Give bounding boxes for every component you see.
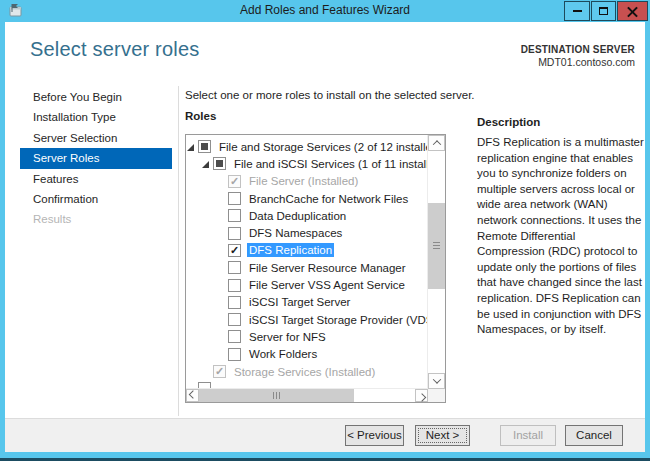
expander-slot: [217, 313, 228, 326]
previous-button[interactable]: < Previous: [345, 425, 404, 446]
instruction-text: Select one or more roles to install on t…: [185, 89, 475, 101]
scroll-left-button[interactable]: [186, 389, 199, 402]
checkbox[interactable]: [228, 261, 241, 274]
tree-row-data-deduplication[interactable]: Data Deduplication: [186, 207, 428, 224]
tree-row-storage-services-installed[interactable]: Storage Services (Installed): [186, 363, 428, 380]
tree-item-label: DFS Replication: [247, 243, 334, 257]
tree-item-label: iSCSI Target Server: [247, 295, 352, 309]
checkbox[interactable]: [228, 313, 241, 326]
vertical-scrollbar[interactable]: [427, 135, 445, 389]
tree-row-iscsi-target-server[interactable]: iSCSI Target Server: [186, 294, 428, 311]
tree-row-server-for-nfs[interactable]: Server for NFS: [186, 328, 428, 345]
expander-slot: [217, 192, 228, 205]
sidebar-nav: Before You BeginInstallation TypeServer …: [20, 87, 172, 230]
expander-slot: [217, 279, 228, 292]
scrollbar-corner: [428, 389, 445, 402]
tree-item-label: Work Folders: [247, 347, 319, 361]
horizontal-scrollbar[interactable]: [186, 388, 428, 402]
tree-row-file-and-storage-services-2-of-12-installed[interactable]: File and Storage Services (2 of 12 insta…: [186, 138, 428, 155]
scroll-grip-icon: [433, 242, 440, 250]
tree-row-file-server-resource-manager[interactable]: File Server Resource Manager: [186, 259, 428, 276]
checkbox[interactable]: [198, 140, 211, 153]
description-title: Description: [477, 116, 540, 128]
expander-slot: [217, 209, 228, 222]
tree-item-label: BranchCache for Network Files: [247, 192, 410, 206]
tree-item-label: File and iSCSI Services (1 of 11 install…: [232, 157, 428, 171]
checkbox[interactable]: [228, 244, 241, 257]
page-title: Select server roles: [30, 38, 199, 61]
sidebar-item-server-roles[interactable]: Server Roles: [20, 148, 172, 168]
titlebar[interactable]: Add Roles and Features Wizard: [0, 0, 650, 22]
tree-row-file-server-installed[interactable]: File Server (Installed): [186, 173, 428, 190]
tree-item-label: File and Storage Services (2 of 12 insta…: [217, 140, 428, 154]
tree-item-label: Data Deduplication: [247, 209, 348, 223]
tree-item-label: iSCSI Target Storage Provider (VDS and V…: [247, 313, 428, 327]
sidebar-item-features[interactable]: Features: [20, 169, 172, 189]
tree-item-label: DFS Namespaces: [247, 226, 344, 240]
checkbox[interactable]: [228, 296, 241, 309]
footer-bar: < PreviousNext >InstallCancel: [5, 418, 645, 452]
vertical-scroll-thumb[interactable]: [428, 203, 445, 289]
checkbox[interactable]: [228, 348, 241, 361]
checkbox[interactable]: [213, 157, 226, 170]
chevron-up-icon: [432, 140, 440, 148]
tree-item-label: File Server VSS Agent Service: [247, 278, 407, 292]
tree-row-file-and-iscsi-services-1-of-11-installed[interactable]: File and iSCSI Services (1 of 11 install…: [186, 155, 428, 172]
install-button: Install: [500, 425, 556, 446]
tree-item-label: File Server Resource Manager: [247, 261, 408, 275]
roles-tree: File and Storage Services (2 of 12 insta…: [186, 135, 428, 389]
cancel-button[interactable]: Cancel: [565, 425, 623, 446]
description-text: DFS Replication is a multimaster replica…: [477, 135, 645, 338]
window-title: Add Roles and Features Wizard: [0, 3, 650, 17]
minimize-icon: [573, 10, 582, 12]
checkbox[interactable]: [228, 192, 241, 205]
expander-slot: [217, 244, 228, 257]
sidebar-item-confirmation[interactable]: Confirmation: [20, 189, 172, 209]
expander-slot: [217, 261, 228, 274]
roles-label: Roles: [185, 110, 216, 122]
sidebar-item-results: Results: [20, 209, 172, 229]
horizontal-scroll-thumb[interactable]: [199, 389, 354, 402]
checkbox[interactable]: [228, 279, 241, 292]
expander-icon[interactable]: [187, 140, 198, 153]
scroll-grip-icon: [273, 392, 281, 399]
checkbox[interactable]: [228, 209, 241, 222]
roles-listbox: File and Storage Services (2 of 12 insta…: [185, 134, 446, 403]
tree-item-label: Server for NFS: [247, 330, 328, 344]
sidebar-item-server-selection[interactable]: Server Selection: [20, 128, 172, 148]
expander-slot: [217, 227, 228, 240]
minimize-button[interactable]: [564, 1, 590, 21]
tree-row-work-folders[interactable]: Work Folders: [186, 346, 428, 363]
scroll-right-button[interactable]: [415, 389, 428, 402]
tree-row-dfs-replication[interactable]: DFS Replication: [186, 242, 428, 259]
tree-row-file-server-vss-agent-service[interactable]: File Server VSS Agent Service: [186, 276, 428, 293]
tree-row-branchcache-for-network-files[interactable]: BranchCache for Network Files: [186, 190, 428, 207]
sidebar-item-installation-type[interactable]: Installation Type: [20, 107, 172, 127]
scroll-down-button[interactable]: [428, 373, 445, 389]
tree-row-dfs-namespaces[interactable]: DFS Namespaces: [186, 224, 428, 241]
checkbox[interactable]: [228, 330, 241, 343]
wizard-body: Select server roles DESTINATION SERVER M…: [5, 22, 645, 452]
destination-server-name: MDT01.contoso.com: [538, 56, 635, 68]
checkbox[interactable]: [228, 227, 241, 240]
chevron-left-icon: [188, 390, 196, 398]
nav-content-divider: [178, 86, 179, 416]
tree-item-label: File Server (Installed): [247, 174, 360, 188]
maximize-button[interactable]: [591, 1, 616, 21]
wizard-window: Add Roles and Features Wizard Select ser…: [0, 0, 650, 461]
scroll-up-button[interactable]: [428, 135, 445, 151]
tree-row-iscsi-target-storage-provider-vds-and-vss[interactable]: iSCSI Target Storage Provider (VDS and V…: [186, 311, 428, 328]
close-icon: [627, 6, 638, 17]
expander-slot: [202, 365, 213, 378]
destination-server-label: DESTINATION SERVER: [521, 44, 635, 55]
expander-slot: [217, 175, 228, 188]
expander-slot: [217, 330, 228, 343]
checkbox: [213, 365, 226, 378]
expander-icon[interactable]: [202, 157, 213, 170]
sidebar-item-before-you-begin[interactable]: Before You Begin: [20, 87, 172, 107]
close-button[interactable]: [617, 1, 648, 21]
tree-item-label: Storage Services (Installed): [232, 365, 377, 379]
chevron-down-icon: [432, 375, 440, 383]
checkbox: [228, 175, 241, 188]
next-button[interactable]: Next >: [415, 425, 470, 446]
